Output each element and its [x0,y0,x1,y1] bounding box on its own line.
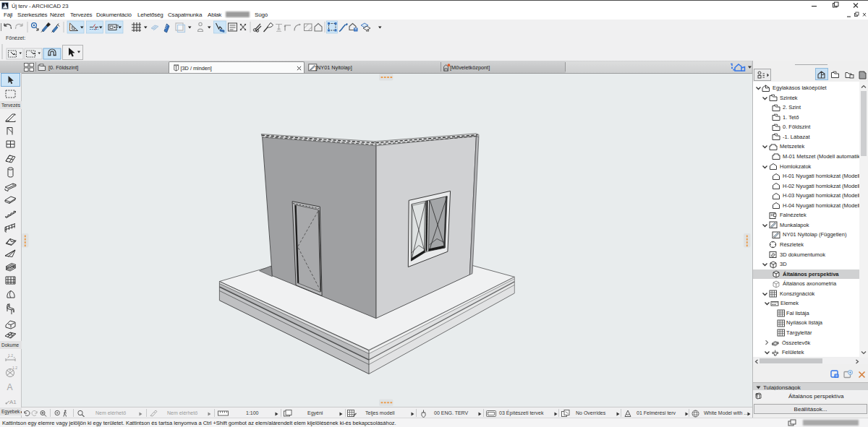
svg-text:A: A [7,382,13,392]
svg-text:A1: A1 [9,399,17,405]
svg-text:1.2: 1.2 [8,353,13,358]
svg-text:1.2: 1.2 [12,366,17,370]
